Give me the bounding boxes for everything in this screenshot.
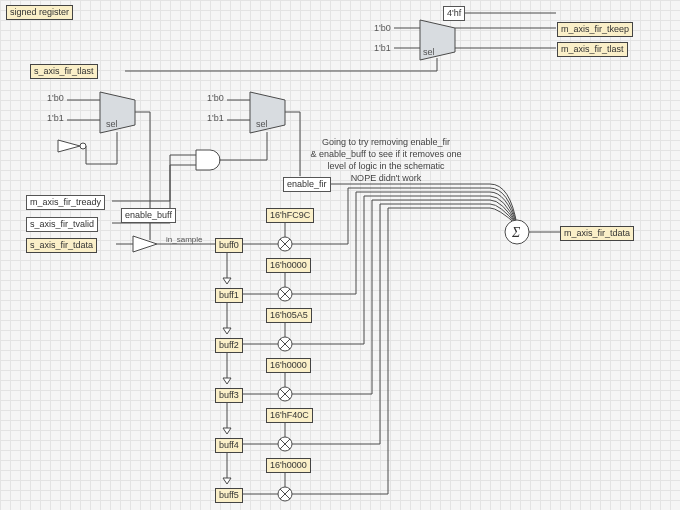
net-enable-fir[interactable]: enable_fir [283, 177, 331, 192]
svg-marker-37 [223, 278, 231, 284]
const-1b1-b: 1'b1 [47, 113, 64, 123]
svg-point-24 [80, 143, 86, 149]
coef-0[interactable]: 16'hFC9C [266, 208, 314, 223]
port-m-axis-fir-tkeep[interactable]: m_axis_fir_tkeep [557, 22, 633, 37]
reg-buff5[interactable]: buff5 [215, 488, 243, 503]
reg-buff3[interactable]: buff3 [215, 388, 243, 403]
signed-register-label: signed register [6, 5, 73, 20]
port-s-axis-fir-tdata[interactable]: s_axis_fir_tdata [26, 238, 97, 253]
sel-label-1: sel [423, 47, 435, 57]
reg-buff2[interactable]: buff2 [215, 338, 243, 353]
reg-buff1[interactable]: buff1 [215, 288, 243, 303]
port-s-axis-fir-tlast[interactable]: s_axis_fir_tlast [30, 64, 98, 79]
port-s-axis-fir-tvalid[interactable]: s_axis_fir_tvalid [26, 217, 98, 232]
reg-buff0[interactable]: buff0 [215, 238, 243, 253]
sel-label-2: sel [106, 119, 118, 129]
const-1b1-a: 1'b1 [374, 43, 391, 53]
svg-marker-23 [58, 140, 80, 152]
coef-1[interactable]: 16'h0000 [266, 258, 311, 273]
sel-label-3: sel [256, 119, 268, 129]
coef-5[interactable]: 16'h0000 [266, 458, 311, 473]
schematic-canvas[interactable]: Σ signed register 4'hf m_axis_fir_tkeep … [0, 0, 680, 510]
svg-point-64 [505, 220, 529, 244]
reg-buff4[interactable]: buff4 [215, 438, 243, 453]
diagram-svg: Σ [0, 0, 680, 510]
const-1b0-b: 1'b0 [47, 93, 64, 103]
constant-4hf: 4'hf [443, 6, 465, 21]
coef-3[interactable]: 16'h0000 [266, 358, 311, 373]
svg-point-52 [278, 237, 292, 251]
svg-text:Σ: Σ [511, 225, 521, 240]
port-m-axis-fir-tready[interactable]: m_axis_fir_tready [26, 195, 105, 210]
port-m-axis-fir-tdata[interactable]: m_axis_fir_tdata [560, 226, 634, 241]
const-1b0-a: 1'b0 [374, 23, 391, 33]
comment-line-3: level of logic in the schematic [327, 161, 444, 171]
svg-point-56 [278, 437, 292, 451]
svg-marker-41 [223, 378, 231, 384]
svg-point-53 [278, 287, 292, 301]
const-1b0-c: 1'b0 [207, 93, 224, 103]
net-enable-buff[interactable]: enable_buff [121, 208, 176, 223]
net-in-sample: in_sample [166, 235, 202, 244]
svg-point-57 [278, 487, 292, 501]
comment-line-1: Going to try removing enable_fir [322, 137, 450, 147]
coef-4[interactable]: 16'hF40C [266, 408, 313, 423]
comment-line-2: & enable_buff to see if it removes one [311, 149, 462, 159]
svg-point-54 [278, 337, 292, 351]
svg-marker-45 [223, 478, 231, 484]
svg-marker-33 [133, 236, 157, 252]
const-1b1-c: 1'b1 [207, 113, 224, 123]
comment-line-4: NOPE didn't work [351, 173, 422, 183]
svg-marker-39 [223, 328, 231, 334]
svg-marker-43 [223, 428, 231, 434]
svg-point-55 [278, 387, 292, 401]
port-m-axis-fir-tlast[interactable]: m_axis_fir_tlast [557, 42, 628, 57]
coef-2[interactable]: 16'h05A5 [266, 308, 312, 323]
